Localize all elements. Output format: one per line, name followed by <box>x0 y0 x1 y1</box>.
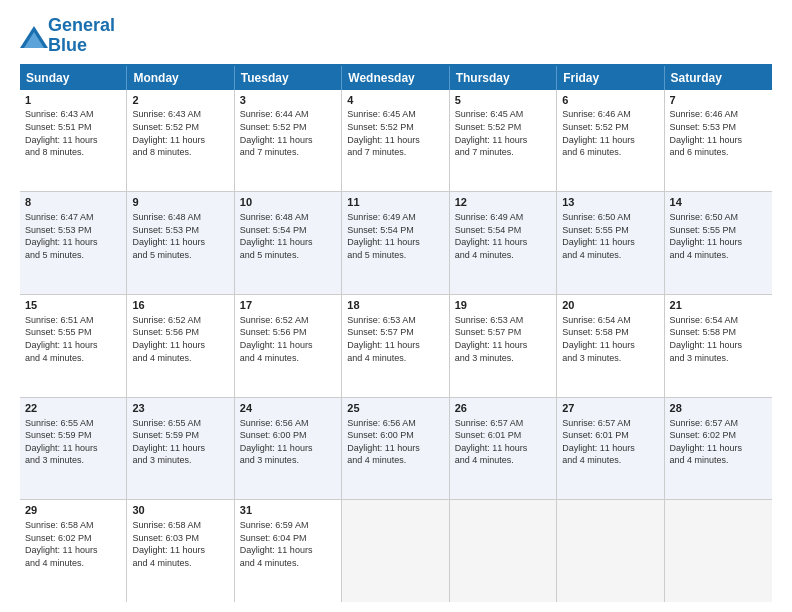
day-number: 19 <box>455 298 551 313</box>
cell-info: Sunrise: 6:57 AMSunset: 6:01 PMDaylight:… <box>455 417 551 467</box>
day-number: 9 <box>132 195 228 210</box>
calendar-cell-1: 1Sunrise: 6:43 AMSunset: 5:51 PMDaylight… <box>20 90 127 192</box>
calendar-cell-7: 7Sunrise: 6:46 AMSunset: 5:53 PMDaylight… <box>665 90 772 192</box>
calendar-cell-14: 14Sunrise: 6:50 AMSunset: 5:55 PMDayligh… <box>665 192 772 294</box>
calendar-cell-26: 26Sunrise: 6:57 AMSunset: 6:01 PMDayligh… <box>450 398 557 500</box>
day-number: 21 <box>670 298 767 313</box>
cell-info: Sunrise: 6:55 AMSunset: 5:59 PMDaylight:… <box>132 417 228 467</box>
calendar-cell-29: 29Sunrise: 6:58 AMSunset: 6:02 PMDayligh… <box>20 500 127 602</box>
calendar-cell-23: 23Sunrise: 6:55 AMSunset: 5:59 PMDayligh… <box>127 398 234 500</box>
day-number: 6 <box>562 93 658 108</box>
header-cell-monday: Monday <box>127 66 234 90</box>
cell-info: Sunrise: 6:55 AMSunset: 5:59 PMDaylight:… <box>25 417 121 467</box>
day-number: 17 <box>240 298 336 313</box>
cell-info: Sunrise: 6:53 AMSunset: 5:57 PMDaylight:… <box>347 314 443 364</box>
calendar-row: 29Sunrise: 6:58 AMSunset: 6:02 PMDayligh… <box>20 500 772 602</box>
day-number: 23 <box>132 401 228 416</box>
calendar-cell-13: 13Sunrise: 6:50 AMSunset: 5:55 PMDayligh… <box>557 192 664 294</box>
calendar-cell-17: 17Sunrise: 6:52 AMSunset: 5:56 PMDayligh… <box>235 295 342 397</box>
cell-info: Sunrise: 6:48 AMSunset: 5:54 PMDaylight:… <box>240 211 336 261</box>
cell-info: Sunrise: 6:46 AMSunset: 5:53 PMDaylight:… <box>670 108 767 158</box>
calendar-cell-8: 8Sunrise: 6:47 AMSunset: 5:53 PMDaylight… <box>20 192 127 294</box>
cell-info: Sunrise: 6:56 AMSunset: 6:00 PMDaylight:… <box>347 417 443 467</box>
calendar-cell-25: 25Sunrise: 6:56 AMSunset: 6:00 PMDayligh… <box>342 398 449 500</box>
header-cell-thursday: Thursday <box>450 66 557 90</box>
cell-info: Sunrise: 6:47 AMSunset: 5:53 PMDaylight:… <box>25 211 121 261</box>
day-number: 13 <box>562 195 658 210</box>
calendar-cell-12: 12Sunrise: 6:49 AMSunset: 5:54 PMDayligh… <box>450 192 557 294</box>
cell-info: Sunrise: 6:51 AMSunset: 5:55 PMDaylight:… <box>25 314 121 364</box>
day-number: 26 <box>455 401 551 416</box>
cell-info: Sunrise: 6:56 AMSunset: 6:00 PMDaylight:… <box>240 417 336 467</box>
calendar-cell-2: 2Sunrise: 6:43 AMSunset: 5:52 PMDaylight… <box>127 90 234 192</box>
day-number: 5 <box>455 93 551 108</box>
calendar-cell-16: 16Sunrise: 6:52 AMSunset: 5:56 PMDayligh… <box>127 295 234 397</box>
day-number: 7 <box>670 93 767 108</box>
cell-info: Sunrise: 6:52 AMSunset: 5:56 PMDaylight:… <box>240 314 336 364</box>
empty-cell <box>450 500 557 602</box>
cell-info: Sunrise: 6:46 AMSunset: 5:52 PMDaylight:… <box>562 108 658 158</box>
cell-info: Sunrise: 6:50 AMSunset: 5:55 PMDaylight:… <box>562 211 658 261</box>
cell-info: Sunrise: 6:48 AMSunset: 5:53 PMDaylight:… <box>132 211 228 261</box>
cell-info: Sunrise: 6:52 AMSunset: 5:56 PMDaylight:… <box>132 314 228 364</box>
calendar-cell-9: 9Sunrise: 6:48 AMSunset: 5:53 PMDaylight… <box>127 192 234 294</box>
day-number: 15 <box>25 298 121 313</box>
calendar-cell-11: 11Sunrise: 6:49 AMSunset: 5:54 PMDayligh… <box>342 192 449 294</box>
day-number: 22 <box>25 401 121 416</box>
calendar-cell-6: 6Sunrise: 6:46 AMSunset: 5:52 PMDaylight… <box>557 90 664 192</box>
cell-info: Sunrise: 6:59 AMSunset: 6:04 PMDaylight:… <box>240 519 336 569</box>
day-number: 3 <box>240 93 336 108</box>
day-number: 12 <box>455 195 551 210</box>
calendar-row: 8Sunrise: 6:47 AMSunset: 5:53 PMDaylight… <box>20 192 772 295</box>
calendar-cell-21: 21Sunrise: 6:54 AMSunset: 5:58 PMDayligh… <box>665 295 772 397</box>
cell-info: Sunrise: 6:43 AMSunset: 5:51 PMDaylight:… <box>25 108 121 158</box>
cell-info: Sunrise: 6:54 AMSunset: 5:58 PMDaylight:… <box>670 314 767 364</box>
calendar-row: 1Sunrise: 6:43 AMSunset: 5:51 PMDaylight… <box>20 90 772 193</box>
day-number: 20 <box>562 298 658 313</box>
cell-info: Sunrise: 6:57 AMSunset: 6:02 PMDaylight:… <box>670 417 767 467</box>
cell-info: Sunrise: 6:57 AMSunset: 6:01 PMDaylight:… <box>562 417 658 467</box>
day-number: 18 <box>347 298 443 313</box>
calendar-cell-31: 31Sunrise: 6:59 AMSunset: 6:04 PMDayligh… <box>235 500 342 602</box>
cell-info: Sunrise: 6:49 AMSunset: 5:54 PMDaylight:… <box>455 211 551 261</box>
logo-icon <box>20 26 44 46</box>
calendar: SundayMondayTuesdayWednesdayThursdayFrid… <box>20 64 772 602</box>
header-cell-friday: Friday <box>557 66 664 90</box>
header-cell-tuesday: Tuesday <box>235 66 342 90</box>
day-number: 10 <box>240 195 336 210</box>
cell-info: Sunrise: 6:45 AMSunset: 5:52 PMDaylight:… <box>347 108 443 158</box>
day-number: 1 <box>25 93 121 108</box>
calendar-cell-5: 5Sunrise: 6:45 AMSunset: 5:52 PMDaylight… <box>450 90 557 192</box>
header-cell-wednesday: Wednesday <box>342 66 449 90</box>
page-header: General Blue <box>20 16 772 56</box>
day-number: 28 <box>670 401 767 416</box>
calendar-body: 1Sunrise: 6:43 AMSunset: 5:51 PMDaylight… <box>20 90 772 602</box>
calendar-cell-3: 3Sunrise: 6:44 AMSunset: 5:52 PMDaylight… <box>235 90 342 192</box>
day-number: 2 <box>132 93 228 108</box>
calendar-cell-19: 19Sunrise: 6:53 AMSunset: 5:57 PMDayligh… <box>450 295 557 397</box>
calendar-cell-10: 10Sunrise: 6:48 AMSunset: 5:54 PMDayligh… <box>235 192 342 294</box>
logo: General Blue <box>20 16 115 56</box>
day-number: 25 <box>347 401 443 416</box>
calendar-cell-20: 20Sunrise: 6:54 AMSunset: 5:58 PMDayligh… <box>557 295 664 397</box>
cell-info: Sunrise: 6:43 AMSunset: 5:52 PMDaylight:… <box>132 108 228 158</box>
cell-info: Sunrise: 6:58 AMSunset: 6:02 PMDaylight:… <box>25 519 121 569</box>
calendar-cell-18: 18Sunrise: 6:53 AMSunset: 5:57 PMDayligh… <box>342 295 449 397</box>
cell-info: Sunrise: 6:49 AMSunset: 5:54 PMDaylight:… <box>347 211 443 261</box>
cell-info: Sunrise: 6:53 AMSunset: 5:57 PMDaylight:… <box>455 314 551 364</box>
empty-cell <box>342 500 449 602</box>
day-number: 14 <box>670 195 767 210</box>
day-number: 4 <box>347 93 443 108</box>
cell-info: Sunrise: 6:58 AMSunset: 6:03 PMDaylight:… <box>132 519 228 569</box>
calendar-row: 15Sunrise: 6:51 AMSunset: 5:55 PMDayligh… <box>20 295 772 398</box>
calendar-cell-28: 28Sunrise: 6:57 AMSunset: 6:02 PMDayligh… <box>665 398 772 500</box>
day-number: 27 <box>562 401 658 416</box>
header-cell-sunday: Sunday <box>20 66 127 90</box>
calendar-header: SundayMondayTuesdayWednesdayThursdayFrid… <box>20 64 772 90</box>
day-number: 29 <box>25 503 121 518</box>
day-number: 8 <box>25 195 121 210</box>
day-number: 11 <box>347 195 443 210</box>
calendar-cell-22: 22Sunrise: 6:55 AMSunset: 5:59 PMDayligh… <box>20 398 127 500</box>
header-cell-saturday: Saturday <box>665 66 772 90</box>
calendar-row: 22Sunrise: 6:55 AMSunset: 5:59 PMDayligh… <box>20 398 772 501</box>
